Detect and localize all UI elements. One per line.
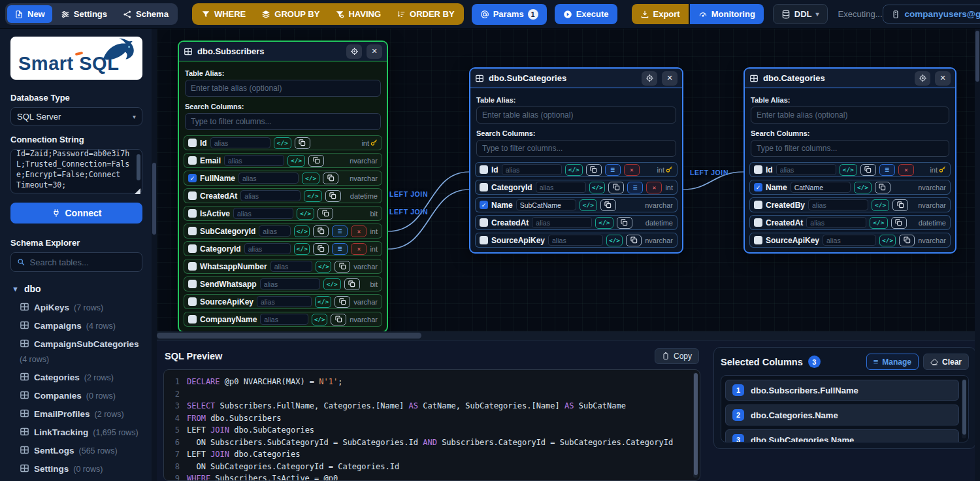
column-alias-input[interactable] xyxy=(260,314,308,325)
params-button[interactable]: Params 1 xyxy=(472,4,547,25)
column-expression-button[interactable]: </> xyxy=(274,137,291,149)
column-expression-button[interactable]: </> xyxy=(294,225,310,237)
column-alias-input[interactable] xyxy=(502,164,562,175)
column-expression-button[interactable]: </> xyxy=(312,314,327,325)
column-checkbox[interactable] xyxy=(754,165,762,174)
column-remove-button[interactable]: ✕ xyxy=(646,182,662,193)
column-alias-input[interactable] xyxy=(270,261,313,272)
column-expression-button[interactable]: </> xyxy=(297,208,314,220)
column-expression-button[interactable]: </> xyxy=(589,182,605,193)
move-card-button[interactable] xyxy=(915,71,930,86)
table-card-header[interactable]: dbo.Subscribers✕ xyxy=(179,42,387,61)
table-alias-input[interactable] xyxy=(476,107,676,124)
column-alias-input[interactable] xyxy=(260,278,320,290)
column-remove-button[interactable]: ✕ xyxy=(351,225,367,237)
sql-code-scrollbar-thumb[interactable] xyxy=(694,373,698,475)
table-card-dbo.Subscribers[interactable]: dbo.Subscribers✕Table Alias:Search Colum… xyxy=(178,41,388,333)
settings-button[interactable]: Settings xyxy=(54,5,114,23)
schema-node-dbo[interactable]: ▼ dbo xyxy=(10,282,142,298)
column-alias-input[interactable] xyxy=(259,225,291,237)
schema-button[interactable]: Schema xyxy=(116,5,176,23)
column-copy-button[interactable] xyxy=(335,261,350,273)
ddl-dropdown[interactable]: DDL ▾ xyxy=(773,4,828,24)
table-card-header[interactable]: dbo.SubCategories✕ xyxy=(470,69,682,88)
export-button[interactable]: Export xyxy=(632,4,689,24)
copy-sql-button[interactable]: Copy xyxy=(655,348,699,364)
column-checkbox[interactable] xyxy=(188,227,197,235)
column-copy-button[interactable] xyxy=(331,314,346,325)
column-filter-button[interactable]: ≡ xyxy=(332,243,348,255)
column-checkbox[interactable] xyxy=(754,236,762,244)
sidebar-table-ApiKeys[interactable]: ApiKeys (7 rows) xyxy=(10,298,142,316)
column-filter-button[interactable]: ≡ xyxy=(605,164,621,176)
column-alias-input[interactable] xyxy=(808,199,868,210)
sidebar-table-LinkTracking[interactable]: LinkTracking (1,695 rows) xyxy=(10,423,142,441)
selected-columns-scrollbar[interactable] xyxy=(962,379,966,439)
canvas-horizontal-scrollbar[interactable] xyxy=(157,331,980,340)
column-expression-button[interactable]: </> xyxy=(304,190,321,202)
column-checkbox[interactable] xyxy=(188,262,197,271)
sidebar-table-Campaigns[interactable]: Campaigns (4 rows) xyxy=(10,316,142,335)
column-copy-button[interactable] xyxy=(875,182,890,193)
column-alias-input[interactable] xyxy=(210,137,270,148)
order-by-button[interactable]: ORDER BY xyxy=(389,5,462,23)
column-expression-button[interactable]: </> xyxy=(595,217,613,229)
selected-column-item[interactable]: 2dbo.Categories.Name xyxy=(725,405,959,425)
column-expression-button[interactable]: </> xyxy=(606,235,623,246)
column-checkbox[interactable] xyxy=(188,297,197,306)
move-card-button[interactable] xyxy=(346,44,362,59)
column-remove-button[interactable]: ✕ xyxy=(351,243,367,255)
execute-button[interactable]: Execute xyxy=(555,4,617,24)
column-copy-button[interactable] xyxy=(308,155,324,167)
column-alias-input[interactable] xyxy=(532,217,592,228)
column-expression-button[interactable]: </> xyxy=(316,261,331,273)
sidebar-table-Categories[interactable]: Categories (2 rows) xyxy=(10,368,142,386)
table-card-dbo.Categories[interactable]: dbo.Categories✕Table Alias:Search Column… xyxy=(743,67,956,254)
column-expression-button[interactable]: </> xyxy=(580,199,597,211)
selected-column-item[interactable]: 1dbo.Subscribers.FullName xyxy=(725,380,959,401)
column-expression-button[interactable]: </> xyxy=(870,217,887,229)
sidebar-scrollbar[interactable] xyxy=(152,29,157,481)
column-checkbox[interactable] xyxy=(188,280,197,288)
column-checkbox[interactable] xyxy=(188,156,197,165)
search-columns-input[interactable] xyxy=(476,140,676,157)
column-copy-button[interactable] xyxy=(313,243,329,255)
column-copy-button[interactable] xyxy=(323,173,338,184)
column-copy-button[interactable] xyxy=(608,182,624,193)
column-checkbox[interactable] xyxy=(188,244,197,253)
column-alias-input[interactable] xyxy=(806,217,866,228)
sidebar-table-Companies[interactable]: Companies (0 rows) xyxy=(10,386,142,405)
column-alias-input[interactable] xyxy=(244,243,291,254)
sidebar-table-SubCategories[interactable]: SubCategories (6 rows) xyxy=(10,478,142,481)
column-copy-button[interactable] xyxy=(313,225,329,237)
table-card-header[interactable]: dbo.Categories✕ xyxy=(745,69,955,88)
column-expression-button[interactable]: </> xyxy=(879,235,896,246)
column-copy-button[interactable] xyxy=(892,199,908,211)
column-checkbox[interactable] xyxy=(754,201,762,209)
search-columns-input[interactable] xyxy=(751,140,949,157)
column-checkbox[interactable] xyxy=(188,209,197,218)
having-button[interactable]: HAVING xyxy=(328,5,388,23)
column-copy-button[interactable] xyxy=(586,164,602,176)
column-expression-button[interactable]: </> xyxy=(840,164,857,176)
column-alias-input[interactable] xyxy=(516,199,576,210)
column-copy-button[interactable] xyxy=(344,278,360,290)
column-copy-button[interactable] xyxy=(626,235,642,246)
column-checkbox[interactable]: ✓ xyxy=(754,183,762,191)
database-type-select[interactable]: SQL Server ▾ xyxy=(10,107,142,125)
column-alias-input[interactable] xyxy=(823,235,876,246)
new-button[interactable]: New xyxy=(7,5,52,23)
account-menu-button[interactable]: companyusers@gmail.com ▾ xyxy=(883,5,980,24)
window-scrollbar-thumb[interactable] xyxy=(975,31,979,82)
close-card-button[interactable]: ✕ xyxy=(935,71,951,86)
column-checkbox[interactable] xyxy=(480,236,488,244)
column-checkbox[interactable]: ✓ xyxy=(480,201,488,209)
column-checkbox[interactable] xyxy=(480,165,488,174)
column-alias-input[interactable] xyxy=(240,190,301,201)
column-checkbox[interactable] xyxy=(188,191,197,200)
table-alias-input[interactable] xyxy=(751,107,949,124)
column-checkbox[interactable] xyxy=(480,218,488,227)
close-card-button[interactable]: ✕ xyxy=(367,44,382,59)
column-checkbox[interactable] xyxy=(754,218,762,227)
column-copy-button[interactable] xyxy=(318,208,333,220)
